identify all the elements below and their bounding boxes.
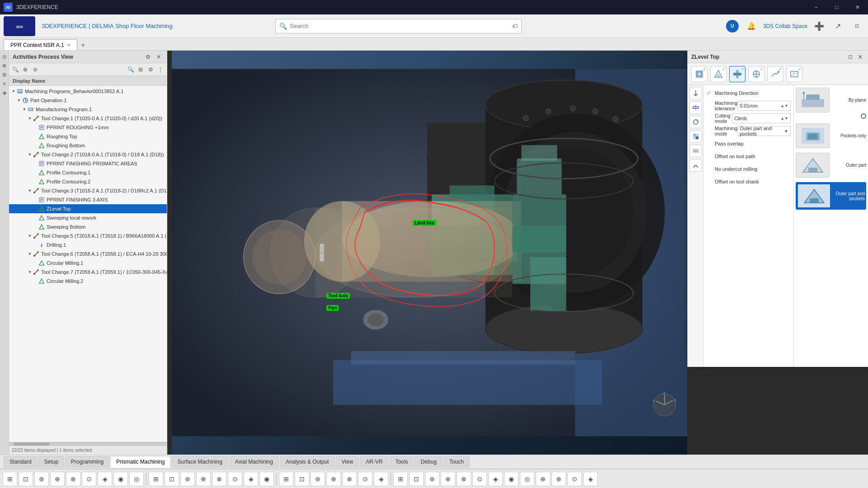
- bottom-tab-programming[interactable]: Programming: [65, 456, 109, 468]
- direction-icon[interactable]: [689, 87, 702, 99]
- bottom-tab-view[interactable]: View: [335, 456, 359, 468]
- tolerance-icon[interactable]: [689, 101, 702, 114]
- bottom-tab-axial-machining[interactable]: Axial Machining: [229, 456, 279, 468]
- outer-part-mode[interactable]: Outer part: [796, 153, 866, 178]
- search-bar[interactable]: 🔍 🏷: [275, 19, 522, 33]
- tree-item-10[interactable]: Profile Contouring.2: [9, 177, 167, 186]
- panel-close-button[interactable]: ✕: [154, 52, 163, 61]
- tree-item-3[interactable]: ▼Tool Change.1 (T1020-0 A.1 (T1020-0) / …: [9, 114, 167, 123]
- user-profile-button[interactable]: U: [725, 19, 740, 33]
- toolbar-icon-16[interactable]: ◈: [244, 472, 258, 486]
- collapse-all-icon[interactable]: ⊖: [31, 65, 40, 74]
- panel-collapse-handle[interactable]: ‹: [320, 244, 324, 262]
- bottom-tab-debug[interactable]: Debug: [415, 456, 442, 468]
- toolbar-icon-29[interactable]: ⊛: [425, 472, 439, 486]
- toolbar-icon-13[interactable]: ⊕: [196, 472, 211, 486]
- toolbar-icon-7[interactable]: ◉: [113, 472, 128, 486]
- panel-settings-button[interactable]: ⚙: [143, 52, 152, 61]
- tree-item-15[interactable]: Sweeping Bottom: [9, 222, 167, 231]
- tree-item-1[interactable]: ▼Part Operation.1: [9, 96, 167, 105]
- pockets-only-mode[interactable]: Pockets only: [796, 123, 866, 148]
- toolbar-icon-32[interactable]: ⊙: [472, 472, 487, 486]
- machining-tolerance-value[interactable]: 0.01mm ▲▼: [737, 101, 791, 111]
- tree-item-0[interactable]: ▼Machining Programs_Behavior00013852 A.1: [9, 87, 167, 96]
- toolbar-icon-15[interactable]: ⊙: [228, 472, 242, 486]
- toolbar-icon-22[interactable]: ⊕: [326, 472, 341, 486]
- feeds-tab-button[interactable]: ✓: [767, 66, 783, 82]
- bottom-tab-prismatic-machining[interactable]: Prismatic Machining: [110, 456, 170, 468]
- by-plane-radio[interactable]: [861, 113, 866, 119]
- expand-all-icon[interactable]: ⊕: [21, 65, 30, 74]
- toolbar-icon-27[interactable]: ⊞: [393, 472, 408, 486]
- toolbar-icon-38[interactable]: ⊙: [567, 472, 582, 486]
- toolbar-icon-21[interactable]: ⊛: [311, 472, 325, 486]
- tree-item-13[interactable]: ZLevel Top: [9, 204, 167, 213]
- toolbar-icon-8[interactable]: ◎: [129, 472, 144, 486]
- outer-part-pockets-mode[interactable]: Outer part and pockets: [796, 182, 866, 210]
- add-button[interactable]: ➕: [812, 19, 826, 33]
- tree-item-17[interactable]: Drilling.1: [9, 240, 167, 249]
- side-icon-1[interactable]: ◎: [0, 52, 9, 61]
- toolbar-icon-33[interactable]: ◈: [488, 472, 503, 486]
- toolbar-icon-37[interactable]: ⊗: [552, 472, 566, 486]
- toolbar-icon-31[interactable]: ⊗: [457, 472, 471, 486]
- machining-mode-icon[interactable]: [689, 130, 702, 143]
- machining-mode-dropdown[interactable]: Outer part and pockets ▼: [737, 126, 791, 136]
- view-options-icon[interactable]: ⚙: [146, 65, 155, 74]
- collab-space-button[interactable]: 3DS Collab Space: [763, 23, 807, 29]
- toolbar-icon-20[interactable]: ⊡: [295, 472, 309, 486]
- side-icon-3[interactable]: ⊞: [0, 70, 9, 79]
- new-tab-button[interactable]: +: [78, 40, 88, 50]
- toolbar-icon-14[interactable]: ⊗: [212, 472, 226, 486]
- by-plane-mode[interactable]: By plane: [796, 88, 866, 119]
- machining-tab-button[interactable]: ✓: [729, 66, 745, 82]
- tree-item-7[interactable]: ▼Tool Change.2 (T1018-0 A.1 (T1018-0) / …: [9, 150, 167, 159]
- fullscreen-button[interactable]: ⊡: [850, 19, 864, 33]
- bottom-tab-ar-vr[interactable]: AR-VR: [360, 456, 388, 468]
- side-icon-5[interactable]: ◈: [0, 89, 9, 97]
- bottom-tab-surface-machining[interactable]: Surface Machining: [171, 456, 228, 468]
- tree-item-12[interactable]: PPRINT FINISHING 3 AXIS: [9, 195, 167, 204]
- toolbar-icon-34[interactable]: ◉: [504, 472, 519, 486]
- bottom-tab-analysis-&-output[interactable]: Analysis & Output: [280, 456, 335, 468]
- tool-tab-button[interactable]: ✓: [748, 66, 764, 82]
- strategy-tab-button[interactable]: ✓: [691, 66, 708, 82]
- toolbar-icon-10[interactable]: ⊞: [149, 472, 163, 486]
- tree-container[interactable]: ▼Machining Programs_Behavior00013852 A.1…: [9, 86, 167, 442]
- tab-ppr-context[interactable]: PPR Context NSR A.1 ✕: [4, 39, 77, 50]
- right-panel-expand-button[interactable]: ⊡: [846, 53, 854, 61]
- search-input[interactable]: [290, 23, 509, 29]
- toolbar-icon-6[interactable]: ◈: [98, 472, 112, 486]
- filter-tree-icon[interactable]: ⊞: [136, 65, 145, 74]
- tree-item-5[interactable]: Roughing Top: [9, 132, 167, 141]
- tree-item-20[interactable]: ▼Tool Change.7 (T2059 A.1 (T2059.1) / 1C…: [9, 267, 167, 277]
- toolbar-icon-2[interactable]: ⊛: [34, 472, 49, 486]
- tree-item-18[interactable]: ▼Tool Change.6 (T2058 A.1 (T2058.1) / EC…: [9, 249, 167, 258]
- toolbar-icon-17[interactable]: ◉: [259, 472, 274, 486]
- toolbar-icon-39[interactable]: ◈: [583, 472, 598, 486]
- tree-item-6[interactable]: Roughing Bottom: [9, 141, 167, 150]
- bottom-tab-tools[interactable]: Tools: [389, 456, 414, 468]
- tree-item-8[interactable]: PPRINT FINISHING PRISMATIC AREAS: [9, 159, 167, 168]
- bottom-tab-touch[interactable]: Touch: [443, 456, 470, 468]
- tree-item-14[interactable]: Sweeping local rework: [9, 213, 167, 222]
- bottom-tab-setup[interactable]: Setup: [38, 456, 64, 468]
- 3d-viewport[interactable]: Limit line Tool Axis Part X Y Z: [172, 51, 687, 455]
- toolbar-icon-28[interactable]: ⊡: [409, 472, 424, 486]
- cutting-mode-icon[interactable]: [689, 116, 702, 128]
- geometry-tab-button[interactable]: ✓: [710, 66, 726, 82]
- toolbar-icon-12[interactable]: ⊛: [180, 472, 195, 486]
- cutting-mode-value[interactable]: Climb ▲▼: [732, 113, 791, 123]
- right-panel-close-button[interactable]: ✕: [856, 53, 864, 61]
- tree-item-19[interactable]: Circular Milling.1: [9, 258, 167, 267]
- tree-item-2[interactable]: ▼Manufacturing Program.1: [9, 105, 167, 114]
- share-button[interactable]: ↗: [831, 19, 845, 33]
- tab-close-icon[interactable]: ✕: [67, 42, 71, 47]
- notifications-button[interactable]: 🔔: [744, 19, 759, 33]
- bottom-tab-standard[interactable]: Standard: [4, 456, 38, 468]
- tree-item-11[interactable]: ▼Tool Change.3 (T1018-2 A.1 (T1018-2) / …: [9, 186, 167, 195]
- toolbar-icon-0[interactable]: ⊞: [3, 472, 17, 486]
- toolbar-icon-4[interactable]: ⊗: [66, 472, 80, 486]
- tree-item-4[interactable]: PPRINT ROUGHING +1mm: [9, 123, 167, 132]
- horizontal-scrollbar[interactable]: [9, 442, 167, 446]
